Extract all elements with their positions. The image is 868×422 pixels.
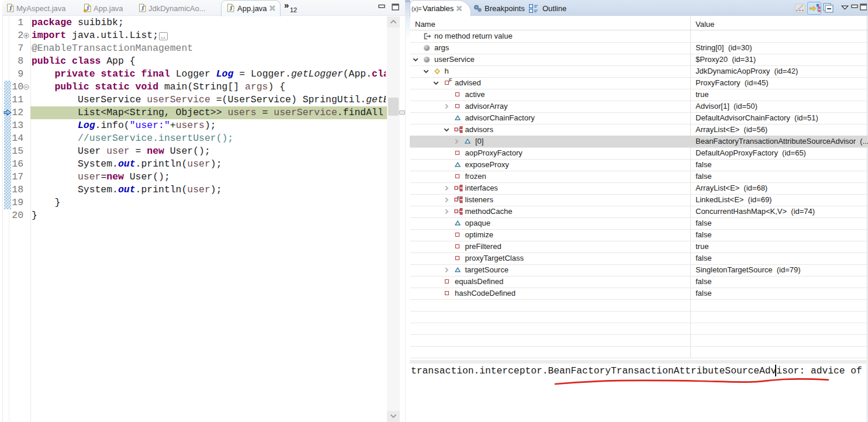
- svg-text:J: J: [229, 5, 232, 12]
- svg-text:J: J: [141, 5, 144, 12]
- svg-text:J: J: [9, 5, 12, 12]
